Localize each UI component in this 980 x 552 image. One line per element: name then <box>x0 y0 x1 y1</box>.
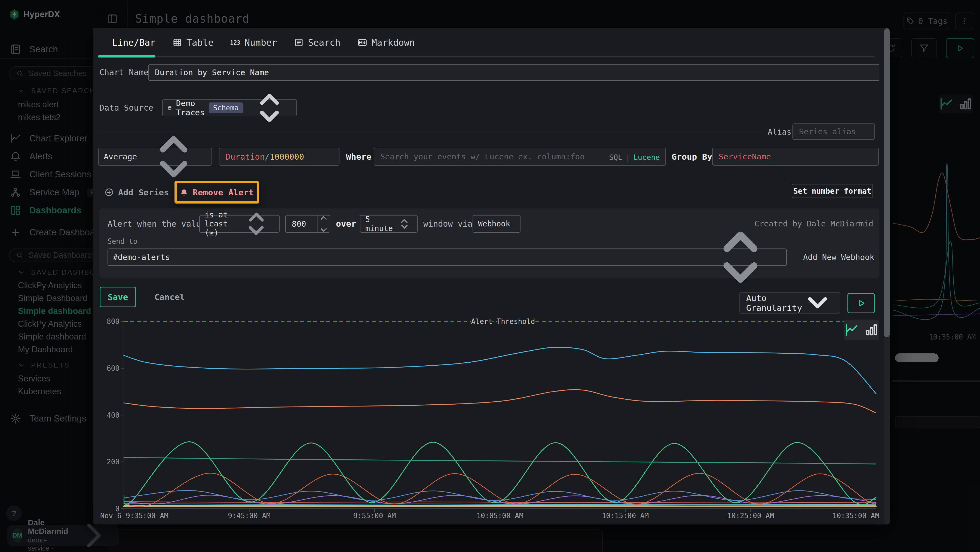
chart-type-toggle[interactable] <box>844 320 879 340</box>
window-value: 5 minute <box>365 215 393 233</box>
threshold-stepper[interactable] <box>317 215 330 232</box>
svg-text:Alert Threshold: Alert Threshold <box>471 317 535 325</box>
stepper-down-icon[interactable] <box>318 224 330 236</box>
app: HyperDX Simple dashboard 0 Tags Search S… <box>0 0 980 552</box>
add-series-button[interactable]: Add Series <box>105 183 169 202</box>
svg-text:9:55:00 AM: 9:55:00 AM <box>353 512 396 520</box>
chart-name-label: Chart Name <box>99 64 149 81</box>
line-chart-icon: undefined <box>98 38 108 48</box>
tab-table[interactable]: Table <box>172 28 213 57</box>
threshold-field[interactable] <box>286 215 317 232</box>
add-new-webhook-link[interactable]: Add New Webhook <box>803 249 874 266</box>
tab-label: Line/Bar <box>112 37 156 48</box>
webhook-value: #demo-alerts <box>113 252 170 262</box>
aggregation-select[interactable]: Average <box>98 148 212 166</box>
set-number-format-button[interactable]: Set number format <box>792 184 873 198</box>
markdown-icon <box>358 38 367 48</box>
svg-text:400: 400 <box>107 411 119 419</box>
plus-circle-icon <box>105 188 114 197</box>
line-chart-icon[interactable] <box>844 322 859 338</box>
group-by-input[interactable] <box>712 148 879 166</box>
alert-threshold-input[interactable] <box>285 215 330 233</box>
chevron-updown-icon <box>700 216 781 298</box>
where-search-input[interactable]: SQL | Lucene <box>374 148 666 166</box>
tab-label: Number <box>245 37 277 48</box>
duration-chart: 0200400600800Nov 6 9:35:00 AM9:45:00 AM9… <box>99 313 879 525</box>
where-label: Where <box>346 148 371 166</box>
set-number-format-label: Set number format <box>793 187 871 196</box>
chevron-updown-icon <box>239 206 274 242</box>
field-name: Duration <box>225 152 265 161</box>
modal-scrollbar-thumb[interactable] <box>884 28 889 337</box>
divider: | <box>625 153 630 161</box>
tab-label: Markdown <box>372 37 415 48</box>
channel-value: Webhook <box>478 219 510 228</box>
number-icon: 123 <box>230 38 240 48</box>
tab-search[interactable]: Search <box>294 28 340 57</box>
cancel-button[interactable]: Cancel <box>154 287 185 307</box>
alias-input[interactable] <box>792 123 875 140</box>
alert-prefix-label: Alert when the value <box>108 215 206 233</box>
remove-alert-label: Remove Alert <box>193 187 254 197</box>
stepper-up-icon[interactable] <box>318 212 330 224</box>
svg-text:123: 123 <box>230 40 240 46</box>
svg-text:10:35:00 AM: 10:35:00 AM <box>832 512 879 520</box>
data-source-select[interactable]: Demo Traces Schema <box>162 99 297 116</box>
field-denominator: 1000000 <box>270 152 304 161</box>
annotation-highlight: Remove Alert <box>175 181 259 204</box>
tabs: undefinedLine/BarTable123NumberSearchMar… <box>98 28 415 57</box>
svg-text:9:45:00 AM: 9:45:00 AM <box>228 512 270 520</box>
send-to-label: Send to <box>108 237 137 246</box>
alert-condition-select[interactable]: is at least (≥) <box>199 215 280 233</box>
chevron-updown-icon <box>247 85 292 130</box>
edit-chart-modal: undefinedLine/BarTable123NumberSearchMar… <box>93 28 890 525</box>
save-label: Save <box>108 292 128 302</box>
chart-name-field[interactable] <box>149 68 879 77</box>
svg-text:10:25:00 AM: 10:25:00 AM <box>727 512 774 520</box>
tab-markdown[interactable]: Markdown <box>358 28 415 57</box>
group-by-field[interactable] <box>713 152 878 161</box>
schema-badge: Schema <box>209 102 243 113</box>
condition-value: is at least (≥) <box>205 211 235 237</box>
data-source-value: Demo Traces <box>176 99 205 117</box>
chart-name-input[interactable] <box>148 64 879 81</box>
lucene-toggle[interactable]: Lucene <box>633 153 660 161</box>
play-icon <box>857 298 866 308</box>
doc-list-icon <box>294 38 304 48</box>
over-label: over <box>336 215 356 233</box>
database-icon <box>167 103 172 113</box>
chevron-updown-icon <box>141 124 207 190</box>
svg-text:600: 600 <box>107 364 119 372</box>
granularity-value: Auto Granularity <box>746 293 802 313</box>
group-by-label: Group By <box>671 148 712 166</box>
webhook-select[interactable]: #demo-alerts <box>108 249 787 266</box>
alias-label: Alias <box>768 123 791 140</box>
sql-toggle[interactable]: SQL <box>609 153 622 161</box>
window-via-label: window via <box>423 215 473 233</box>
tab-line-bar[interactable]: undefinedLine/Bar <box>98 28 156 57</box>
bell-icon <box>180 188 188 197</box>
add-series-label: Add Series <box>118 187 169 197</box>
chevron-updown-icon <box>397 216 412 231</box>
save-button[interactable]: Save <box>100 287 136 307</box>
tabs-row: undefinedLine/BarTable123NumberSearchMar… <box>93 28 890 58</box>
alert-window-select[interactable]: 5 minute <box>360 215 418 233</box>
field-expression-input[interactable]: Duration/1000000 <box>219 148 339 166</box>
chevron-updown-icon <box>514 223 515 225</box>
active-tab-indicator <box>98 55 156 57</box>
svg-text:800: 800 <box>107 317 119 325</box>
run-chart-button[interactable] <box>848 293 875 313</box>
remove-alert-button[interactable]: Remove Alert <box>180 187 254 197</box>
granularity-select[interactable]: Auto Granularity <box>739 292 840 314</box>
alert-channel-select[interactable]: Webhook <box>473 215 520 233</box>
tab-number[interactable]: 123Number <box>230 28 277 57</box>
tab-label: Table <box>186 37 213 48</box>
aggregation-value: Average <box>104 152 137 161</box>
svg-text:Nov 6 9:35:00 AM: Nov 6 9:35:00 AM <box>100 512 168 520</box>
chart-area: 0200400600800Nov 6 9:35:00 AM9:45:00 AM9… <box>99 313 879 525</box>
bar-chart-icon[interactable] <box>864 322 879 338</box>
table-icon <box>172 38 182 48</box>
alias-field[interactable] <box>793 127 874 136</box>
field-operator: / <box>265 152 270 161</box>
svg-text:200: 200 <box>107 458 119 466</box>
